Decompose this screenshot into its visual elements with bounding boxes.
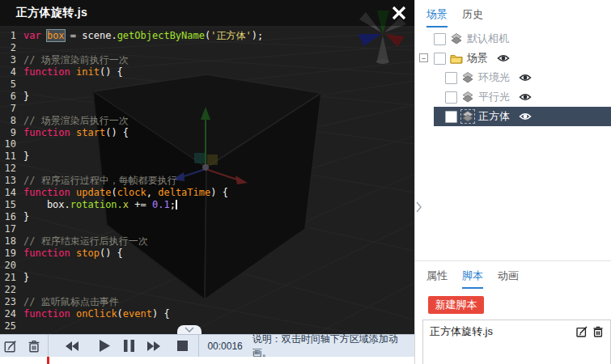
tree-row-content: 环境光 [415,70,532,85]
new-script-button[interactable]: 新建脚本 [428,296,484,314]
rewind-button[interactable] [51,335,94,358]
scroll-down-tab[interactable] [177,325,202,334]
pause-button[interactable] [116,335,141,358]
code-token: // 程序运行过程中，每帧都要执行 [23,175,177,186]
tree-row-平行光[interactable]: 平行光 [415,87,611,107]
folder-icon [450,52,463,65]
code-line[interactable]: 11} [0,150,414,163]
code-line[interactable]: 22 [0,284,414,296]
code-token: function [23,66,76,78]
tree-item-label: 环境光 [478,70,510,85]
code-line[interactable]: 9function start() { [0,127,414,139]
code-token: } [23,272,29,283]
line-number: 16 [0,211,16,223]
toolbar-separator [198,335,199,358]
tab-历史[interactable]: 历史 [462,7,483,28]
code-line[interactable]: 8// 场景渲染后执行一次 [0,115,414,127]
code-line[interactable]: 5 [0,78,414,91]
play-button[interactable] [94,335,116,358]
code-line[interactable]: 6} [0,91,414,103]
line-number: 20 [0,260,16,272]
code-line[interactable]: 14function update(clock, deltaTime) { [0,187,414,199]
eye-icon-button[interactable] [519,91,532,104]
code-line[interactable]: 16} [0,211,414,223]
delete-keyframe-button[interactable] [21,335,48,358]
panel-collapse-handle[interactable] [415,197,424,217]
tab-脚本[interactable]: 脚本 [462,269,483,289]
script-list-item[interactable]: 正方体旋转.js [423,320,610,342]
code-line[interactable]: 3// 场景渲染前执行一次 [0,54,414,66]
stop-icon [177,341,188,351]
visibility-checkbox[interactable] [434,33,446,45]
edit-script-button[interactable] [575,325,588,338]
line-number: 7 [0,103,16,115]
code-line[interactable]: 2 [0,42,414,54]
visibility-checkbox[interactable] [445,91,457,104]
edit-keyframe-button[interactable] [0,335,21,358]
code-line[interactable]: 19function stop() { [0,248,414,260]
tree-item-label: 平行光 [478,90,510,104]
tree-row-正方体[interactable]: 正方体 [415,107,611,126]
tab-动画[interactable]: 动画 [498,269,519,289]
eye-icon-button[interactable] [519,110,532,123]
tab-场景[interactable]: 场景 [426,7,448,28]
code-line[interactable]: 7 [0,103,414,115]
code-line[interactable]: 21} [0,272,414,284]
timeline-track[interactable] [0,357,414,364]
code-area[interactable]: 1var box = scene.getObjectByName('正方体');… [0,30,414,332]
light-icon [461,91,474,104]
chevron-right-icon [415,200,422,214]
code-token: onClick [76,308,117,320]
code-line[interactable]: 10 [0,138,414,150]
tree-row-环境光[interactable]: 环境光 [415,68,611,87]
tree-row-默认相机[interactable]: 默认相机 [415,29,611,49]
playhead-marker[interactable] [47,357,49,364]
code-line[interactable]: 4function init() { [0,66,414,78]
code-token: // 场景渲染前执行一次 [23,54,129,66]
line-number: 23 [0,296,16,308]
code-token: += [129,199,152,210]
code-line[interactable]: 25 [0,320,414,332]
tree-row-content: 平行光 [415,90,532,104]
code-token: init [76,66,100,78]
detail-panel: 属性脚本动画 新建脚本 正方体旋转.js [415,261,611,364]
code-line[interactable]: 1var box = scene.getObjectByName('正方体'); [0,30,414,42]
line-number: 18 [0,235,16,248]
code-token: rotation. [70,199,123,210]
pause-icon [124,340,134,352]
visibility-checkbox[interactable] [445,111,457,123]
tab-属性[interactable]: 属性 [426,269,448,289]
visibility-checkbox[interactable] [434,53,446,65]
code-line[interactable]: 12 [0,163,414,175]
eye-icon [519,91,532,104]
code-token: start [76,127,105,138]
code-line[interactable]: 13// 程序运行过程中，每帧都要执行 [0,175,414,187]
tree-row-场景[interactable]: −场景 [415,49,611,68]
code-line[interactable]: 23// 监听鼠标点击事件 [0,296,414,308]
code-token: box [47,30,65,41]
code-line[interactable]: 20 [0,260,414,272]
tree-row-content: 场景 [415,51,510,66]
code-token: function [23,308,76,320]
line-number: 19 [0,248,16,260]
tree-row-content: 默认相机 [415,32,509,46]
code-line[interactable]: 24function onClick(event) { [0,308,414,320]
tree-row-content: 正方体 [415,109,532,124]
visibility-checkbox[interactable] [445,72,457,84]
code-line[interactable]: 17 [0,223,414,235]
code-token: () { [105,127,129,138]
eye-icon-button[interactable] [497,52,510,65]
code-token: ( [111,187,117,198]
eye-icon-button[interactable] [519,71,532,84]
code-line[interactable]: 18// 程序结束运行后执行一次 [0,235,414,248]
fast-forward-button[interactable] [142,335,167,358]
stop-button[interactable] [167,335,198,358]
script-name: 正方体旋转.js [430,324,572,339]
code-token: ) { [210,187,228,198]
detail-tab-bar: 属性脚本动画 [415,261,611,289]
code-line[interactable]: 15 box.rotation.x += 0.1; [0,199,414,211]
delete-script-button[interactable] [592,325,605,338]
edit-icon [575,325,588,338]
close-icon[interactable] [391,5,407,21]
editor-titlebar: 正方体旋转.js [0,0,414,26]
